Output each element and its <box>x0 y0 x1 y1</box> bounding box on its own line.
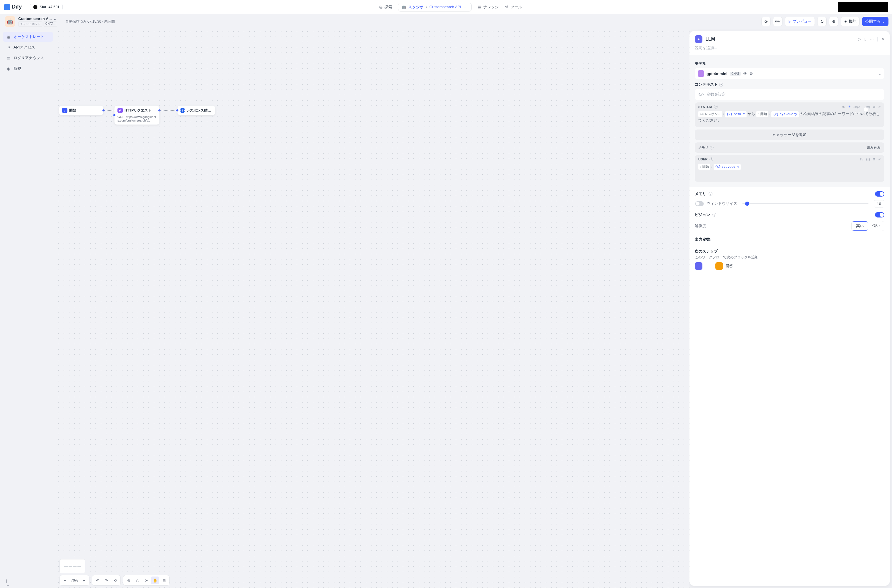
var-slash: / <box>769 112 770 116</box>
app-icon: 🤖 <box>5 16 15 27</box>
resolution-low-button[interactable]: 低い <box>868 221 884 231</box>
variable-icon[interactable]: {x} <box>866 158 870 161</box>
resolution-segment: 高い 低い <box>851 221 884 231</box>
node-http[interactable]: ⇄ HTTPリクエスト GET https://www.googleapis.c… <box>114 105 159 125</box>
add-node-button[interactable]: ⊕ <box>125 576 133 584</box>
docs-button[interactable]: ▯ <box>864 37 866 42</box>
minus-icon: − <box>64 578 66 583</box>
node-handle-in[interactable] <box>176 110 179 111</box>
nav-explore[interactable]: ◎ 探索 <box>378 4 392 10</box>
publish-label: 公開する <box>865 19 880 24</box>
play-icon: ▷ <box>858 37 861 41</box>
memory-toggle[interactable] <box>875 191 884 196</box>
slider-thumb[interactable] <box>745 202 749 206</box>
chevron-right-icon[interactable]: › <box>710 237 711 242</box>
add-message-button[interactable]: + メッセージを追加 <box>695 129 884 140</box>
run-node-button[interactable]: ▷ <box>858 37 861 42</box>
help-icon[interactable]: ? <box>719 83 723 87</box>
env-button[interactable]: ENV <box>773 17 782 26</box>
app-tag-chat: CHAT... <box>44 21 57 27</box>
window-size-value[interactable]: 10 <box>874 200 884 207</box>
sidebar-item-monitor[interactable]: ◉ 監視 <box>3 64 53 74</box>
undo-button[interactable]: ↶ <box>93 576 102 584</box>
window-size-toggle[interactable] <box>695 201 704 206</box>
redo-button[interactable]: ↷ <box>102 576 110 584</box>
openai-icon <box>698 70 704 77</box>
annotation-button[interactable]: ⎌ <box>134 576 141 584</box>
help-icon[interactable]: ? <box>709 192 712 196</box>
copy-icon[interactable]: ⧉ <box>873 105 875 109</box>
next-node-row[interactable]: 回答 <box>695 262 884 270</box>
window-size-slider[interactable] <box>742 203 868 204</box>
help-icon[interactable]: ? <box>710 146 713 150</box>
home-icon: ⌂ <box>62 108 68 113</box>
pointer-button[interactable]: ➤ <box>142 576 150 584</box>
app-chip[interactable]: 🤖 Customsearch A... ⌄ チャットボット CHAT... <box>3 15 58 28</box>
tune-icon[interactable]: ⚙ <box>749 72 753 76</box>
nav-knowledge[interactable]: ▤ ナレッジ <box>478 4 499 10</box>
grid-icon: ⊞ <box>162 578 166 583</box>
panel-description-input[interactable]: 説明を追加... <box>689 45 890 55</box>
zoom-out-button[interactable]: − <box>61 576 69 584</box>
logo-mark-icon <box>4 4 10 10</box>
organize-button[interactable]: ⊞ <box>160 576 168 584</box>
separator: / <box>426 5 427 9</box>
run-history-button[interactable]: ⟳ <box>761 17 771 26</box>
github-star-label: Star <box>40 5 46 9</box>
zoom-in-button[interactable]: + <box>80 576 88 584</box>
brand-label: Dify_ <box>12 4 25 10</box>
logo[interactable]: Dify_ <box>4 4 25 10</box>
vision-toggle[interactable] <box>875 212 884 218</box>
account-area[interactable] <box>838 2 888 12</box>
node-start[interactable]: ⌂ 開始 <box>59 105 104 116</box>
sidebar-item-orchestrate[interactable]: ▦ オーケストレート <box>3 32 53 42</box>
context-input[interactable]: {x} 変数を設定 <box>695 89 884 100</box>
edge <box>159 110 177 111</box>
help-icon[interactable]: ? <box>712 213 716 217</box>
model-selector[interactable]: gpt-4o-mini CHAT 👁 ⚙ ⌄ <box>695 68 884 79</box>
nav-tools[interactable]: ⚒ ツール <box>505 4 522 10</box>
memory-section-label: メモリ <box>695 191 706 196</box>
more-button[interactable]: ⋯ <box>870 37 874 42</box>
node-ref-token: </>レスポン... <box>698 111 722 117</box>
features-button[interactable]: ✦ 機能 <box>841 17 860 26</box>
top-nav-center: ◎ 探索 🤖 スタジオ / Customsearch API ⌄ ▤ ナレッジ … <box>68 3 832 12</box>
help-icon[interactable]: ? <box>709 158 713 161</box>
node-handle-in[interactable] <box>113 114 116 116</box>
history-button[interactable]: ⟲ <box>111 576 119 584</box>
monitor-icon: ◉ <box>6 66 11 70</box>
refresh-button[interactable]: ↻ <box>817 17 827 26</box>
detail-panel: ✦ LLM ▷ ▯ ⋯ ✕ 説明を追加... モデル gpt-4o-mini C… <box>689 31 890 586</box>
plus-icon: + <box>83 578 85 583</box>
expand-icon[interactable]: ⤢ <box>878 105 881 109</box>
sidebar-item-logs[interactable]: ▤ ログ＆アナウンス <box>3 53 53 63</box>
home-icon: ⌂ <box>758 111 760 117</box>
history-group: ↶ ↷ ⟲ <box>92 575 121 586</box>
node-code-label: レスポンス結果から必... <box>186 108 212 113</box>
user-message-body[interactable]: ⌂開始 / {x}sys.query <box>695 164 884 182</box>
settings-button[interactable]: ⚙ <box>829 17 838 26</box>
sidebar-item-api[interactable]: ↗ APIアクセス <box>3 42 53 52</box>
github-star-pill[interactable]: Star 47,501 <box>30 4 63 10</box>
expand-icon[interactable]: ⤢ <box>878 158 881 161</box>
help-icon[interactable]: ? <box>714 105 718 109</box>
model-chip: CHAT <box>730 72 741 76</box>
preview-button[interactable]: ▷ プレビュー <box>785 17 815 26</box>
flow-canvas[interactable]: ⌂ 開始 ⇄ HTTPリクエスト GET https://www.googlea… <box>56 29 689 588</box>
copy-icon[interactable]: ⧉ <box>873 158 875 161</box>
output-section-label: 出力変数 <box>695 237 710 242</box>
next-step-desc: このワークフローで次のブロックを追加 <box>695 255 884 260</box>
minimap[interactable] <box>60 559 86 573</box>
node-code[interactable]: </> レスポンス結果から必... <box>177 105 215 116</box>
system-message-body[interactable]: </>レスポン... / {x}result から ⌂開始 / {x}sys.q… <box>695 111 884 127</box>
collapse-sidebar-button[interactable]: |← <box>6 579 10 585</box>
resolution-high-button[interactable]: 高い <box>851 221 868 231</box>
generate-icon[interactable]: ✦ <box>848 105 851 109</box>
variable-token: {x}sys.query <box>713 164 741 170</box>
panel-title: LLM <box>705 36 855 42</box>
chevron-down-icon: ⌄ <box>878 72 881 76</box>
hand-button[interactable]: ✋ <box>151 576 159 584</box>
nav-studio-pill[interactable]: 🤖 スタジオ / Customsearch API ⌄ <box>398 3 471 12</box>
publish-button[interactable]: 公開する ⌄ <box>862 17 889 26</box>
close-panel-button[interactable]: ✕ <box>881 37 884 42</box>
